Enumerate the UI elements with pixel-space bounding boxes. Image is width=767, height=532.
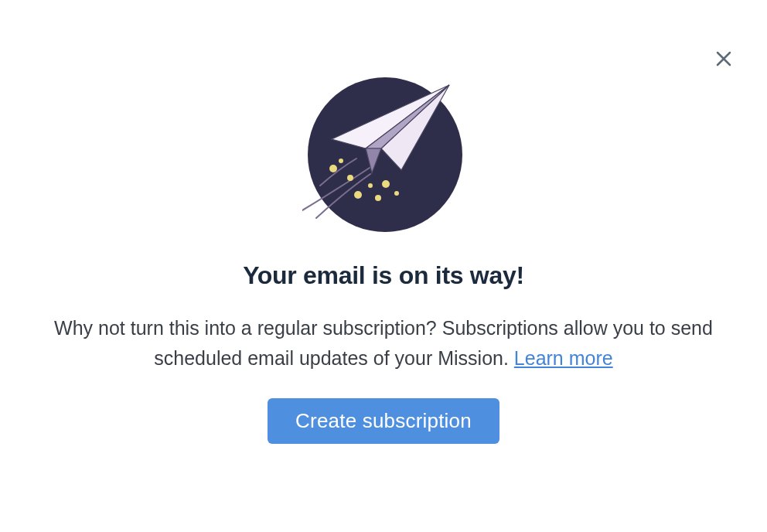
dialog-description: Why not turn this into a regular subscri…	[36, 313, 731, 373]
dialog-heading: Your email is on its way!	[243, 261, 524, 290]
svg-point-6	[354, 191, 362, 199]
close-icon	[714, 49, 733, 68]
svg-point-8	[375, 195, 381, 201]
close-button[interactable]	[711, 46, 736, 71]
learn-more-link[interactable]: Learn more	[514, 347, 613, 369]
dialog-content: Your email is on its way! Why not turn t…	[0, 0, 767, 444]
create-subscription-button[interactable]: Create subscription	[268, 398, 499, 444]
svg-point-9	[382, 180, 390, 188]
paper-plane-illustration	[302, 77, 465, 240]
svg-point-4	[339, 159, 343, 163]
dialog-body-text: Why not turn this into a regular subscri…	[54, 317, 713, 369]
svg-point-10	[394, 191, 399, 196]
svg-point-7	[368, 183, 373, 188]
svg-point-5	[347, 175, 353, 181]
svg-point-3	[329, 165, 337, 172]
